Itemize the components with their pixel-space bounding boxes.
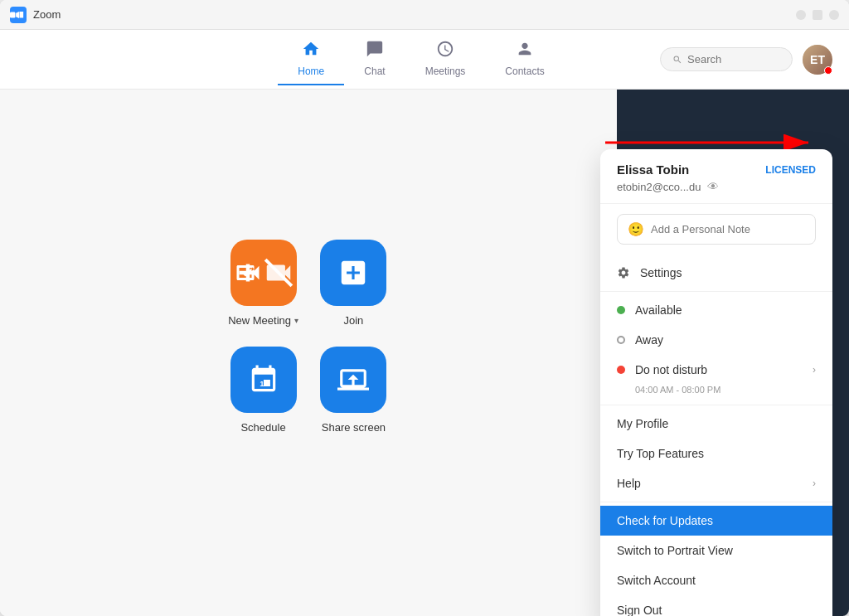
navbar: Home Chat Meetings xyxy=(0,30,849,90)
dnd-chevron-icon: › xyxy=(813,364,816,376)
status-dot-gray xyxy=(617,336,625,344)
nav-right: ET xyxy=(660,45,832,75)
svg-marker-1 xyxy=(16,11,19,18)
menu-item-help[interactable]: Help › xyxy=(600,468,832,498)
tab-meetings-label: Meetings xyxy=(425,65,466,77)
avatar-notification-badge xyxy=(824,66,832,75)
main-content: New Meeting ▾ Join xyxy=(0,90,849,616)
menu-item-settings-label: Settings xyxy=(640,266,682,279)
menu-item-dnd-left: Do not disturb xyxy=(617,363,707,376)
nav-tabs: Home Chat Meetings xyxy=(182,33,660,85)
menu-item-away[interactable]: Away xyxy=(600,325,832,355)
help-chevron-icon: › xyxy=(813,478,816,489)
menu-item-my-profile[interactable]: My Profile xyxy=(600,409,832,439)
share-screen-label: Share screen xyxy=(322,421,386,434)
menu-item-my-profile-label: My Profile xyxy=(617,417,668,430)
search-icon xyxy=(672,54,682,65)
menu-item-help-label: Help xyxy=(617,477,641,490)
tab-contacts[interactable]: Contacts xyxy=(485,33,564,85)
eye-icon[interactable]: 👁 xyxy=(707,180,719,193)
app-title: Zoom xyxy=(33,8,61,21)
menu-item-check-updates-label: Check for Updates xyxy=(617,514,713,527)
chat-icon xyxy=(366,40,384,62)
profile-email-row: etobin2@cco...du 👁 xyxy=(617,180,816,193)
profile-dropdown: Elissa Tobin LICENSED etobin2@cco...du 👁… xyxy=(600,149,832,616)
menu-item-available[interactable]: Available xyxy=(600,295,832,325)
minimize-button[interactable]: — xyxy=(796,10,806,20)
tab-contacts-label: Contacts xyxy=(505,65,544,77)
join-action[interactable]: Join xyxy=(318,240,389,327)
titlebar-left: Zoom xyxy=(10,7,61,23)
close-button[interactable]: ✕ xyxy=(829,10,839,20)
menu-divider-3 xyxy=(600,502,832,502)
menu-item-portrait-view-label: Switch to Portrait View xyxy=(617,544,733,557)
personal-note-input[interactable] xyxy=(651,223,805,235)
home-panel: New Meeting ▾ Join xyxy=(0,90,617,616)
zoom-logo-icon xyxy=(10,7,27,23)
schedule-label: Schedule xyxy=(240,421,285,434)
tab-chat[interactable]: Chat xyxy=(344,33,405,85)
menu-item-check-updates[interactable]: Check for Updates xyxy=(600,506,832,536)
app-window: Zoom — □ ✕ Home xyxy=(0,0,849,616)
menu-item-available-label: Available xyxy=(635,303,682,317)
menu-item-portrait-view[interactable]: Switch to Portrait View xyxy=(600,536,832,565)
svg-rect-0 xyxy=(10,12,15,17)
menu-item-switch-account-label: Switch Account xyxy=(617,574,696,587)
menu-item-switch-account[interactable]: Switch Account xyxy=(600,565,832,595)
status-dot-green xyxy=(617,306,625,314)
menu-item-available-left: Available xyxy=(617,303,682,317)
profile-email: etobin2@cco...du xyxy=(617,181,701,193)
status-dot-red xyxy=(617,366,625,374)
profile-name-row: Elissa Tobin LICENSED xyxy=(617,162,816,177)
search-input[interactable] xyxy=(687,53,780,65)
new-meeting-label: New Meeting ▾ xyxy=(228,314,298,327)
maximize-button[interactable]: □ xyxy=(813,10,822,20)
tab-home[interactable]: Home xyxy=(278,33,344,85)
dropdown-menu: Settings Available Away xyxy=(600,255,832,616)
menu-item-try-top-features-label: Try Top Features xyxy=(617,447,704,460)
new-meeting-action[interactable]: New Meeting ▾ xyxy=(228,240,298,327)
menu-item-try-top-features[interactable]: Try Top Features xyxy=(600,439,832,468)
titlebar: Zoom — □ ✕ xyxy=(0,0,849,30)
meetings-icon xyxy=(436,40,454,62)
menu-item-away-label: Away xyxy=(635,333,663,347)
profile-licensed-label: LICENSED xyxy=(765,164,816,176)
menu-item-sign-out[interactable]: Sign Out xyxy=(600,595,832,616)
menu-item-settings[interactable]: Settings xyxy=(600,258,832,288)
join-label: Join xyxy=(344,314,364,327)
menu-item-settings-left: Settings xyxy=(617,266,682,279)
new-meeting-icon xyxy=(230,240,297,306)
menu-item-dnd-label: Do not disturb xyxy=(635,363,707,376)
tab-home-label: Home xyxy=(298,65,324,77)
schedule-action[interactable]: 19 Schedule xyxy=(228,347,298,434)
menu-divider-1 xyxy=(600,291,832,292)
tab-meetings[interactable]: Meetings xyxy=(405,33,486,85)
schedule-icon: 19 xyxy=(230,347,297,413)
menu-item-sign-out-label: Sign Out xyxy=(617,604,662,616)
dnd-times: 04:00 AM - 08:00 PM xyxy=(619,385,832,401)
profile-header: Elissa Tobin LICENSED etobin2@cco...du 👁 xyxy=(600,149,832,204)
emoji-icon[interactable]: 🙂 xyxy=(628,221,644,237)
new-meeting-chevron: ▾ xyxy=(294,316,298,325)
window-controls: — □ ✕ xyxy=(796,10,839,20)
search-bar[interactable] xyxy=(660,47,793,71)
share-screen-action[interactable]: Share screen xyxy=(318,347,389,434)
personal-note-field[interactable]: 🙂 xyxy=(617,214,816,245)
profile-name: Elissa Tobin xyxy=(617,162,689,177)
svg-text:19: 19 xyxy=(260,378,269,387)
menu-divider-2 xyxy=(600,405,832,405)
settings-icon xyxy=(617,266,630,279)
avatar-container[interactable]: ET xyxy=(803,45,832,75)
share-screen-icon xyxy=(320,347,386,413)
menu-item-away-left: Away xyxy=(617,333,663,347)
contacts-icon xyxy=(516,40,534,62)
menu-item-dnd[interactable]: Do not disturb › xyxy=(600,355,832,385)
action-grid: New Meeting ▾ Join xyxy=(228,240,389,434)
join-icon xyxy=(320,240,386,306)
tab-chat-label: Chat xyxy=(364,65,385,77)
home-icon xyxy=(302,40,320,62)
